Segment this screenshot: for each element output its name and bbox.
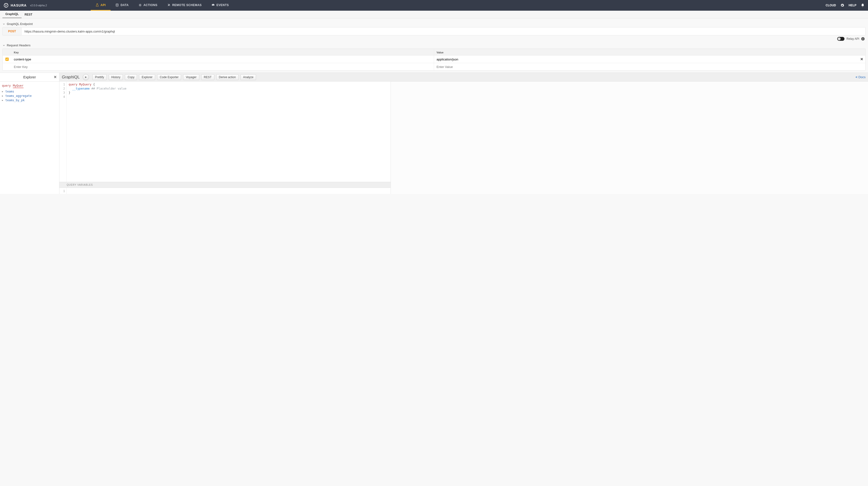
main-nav: API DATA ACTIONS REMOTE SCHEMAS EVENTS bbox=[91, 0, 234, 11]
query-variables-header[interactable]: Query Variables bbox=[59, 182, 391, 188]
headers-section-label: Request Headers bbox=[7, 44, 31, 47]
info-icon[interactable]: i bbox=[861, 37, 865, 40]
brand-logo[interactable]: HASURA v2.0.0-alpha.2 bbox=[3, 3, 47, 8]
cloud-link[interactable]: CLOUD bbox=[826, 4, 836, 7]
headers-section-header[interactable]: Request Headers bbox=[2, 42, 866, 49]
explorer-header: Explorer ✕ bbox=[0, 73, 59, 82]
play-icon bbox=[85, 76, 87, 78]
database-icon bbox=[116, 3, 119, 7]
headers-table: Key Value ✕ bbox=[2, 49, 866, 70]
nav-remote-label: REMOTE SCHEMAS bbox=[172, 3, 202, 7]
docs-button[interactable]: <Docs bbox=[856, 75, 866, 79]
actions-icon bbox=[138, 3, 142, 7]
graphiql-main: GraphiQL Prettify History Copy Explorer … bbox=[59, 73, 868, 194]
header-enabled-checkbox-new[interactable] bbox=[3, 63, 11, 70]
history-button[interactable]: History bbox=[108, 74, 123, 80]
headers-row-new bbox=[3, 63, 865, 70]
headers-col-value: Value bbox=[434, 49, 858, 56]
header-value-input-new[interactable] bbox=[436, 65, 856, 69]
prettify-button[interactable]: Prettify bbox=[92, 74, 107, 80]
nav-data[interactable]: DATA bbox=[111, 0, 133, 11]
graphiql-title: GraphiQL bbox=[62, 75, 80, 80]
nav-data-label: DATA bbox=[121, 3, 129, 7]
explorer-close-button[interactable]: ✕ bbox=[54, 75, 57, 79]
brand-version: v2.0.0-alpha.2 bbox=[30, 4, 47, 7]
line-gutter: 1234 bbox=[59, 82, 67, 182]
svg-point-2 bbox=[116, 4, 118, 4]
query-keyword: query bbox=[2, 84, 11, 87]
explorer-item-teams-aggregate[interactable]: ▶teams_aggregate bbox=[2, 94, 57, 98]
top-nav: HASURA v2.0.0-alpha.2 API DATA ACTIONS R… bbox=[0, 0, 868, 11]
remove-header-button[interactable]: ✕ bbox=[860, 57, 863, 61]
derive-action-button[interactable]: Derive action bbox=[216, 74, 239, 80]
nav-api-label: API bbox=[101, 3, 106, 7]
endpoint-url-input[interactable] bbox=[22, 27, 865, 35]
nav-right: CLOUD HELP bbox=[826, 3, 865, 7]
gear-icon[interactable] bbox=[840, 3, 844, 7]
headers-col-action bbox=[858, 49, 865, 56]
graphiql-toolbar: GraphiQL Prettify History Copy Explorer … bbox=[59, 73, 868, 82]
headers-col-key: Key bbox=[11, 49, 434, 56]
hasura-logo-icon bbox=[3, 3, 9, 8]
nav-actions-label: ACTIONS bbox=[144, 3, 158, 7]
triangle-right-icon: ▶ bbox=[2, 95, 4, 97]
tab-graphiql[interactable]: GraphiQL bbox=[2, 11, 22, 18]
explorer-button[interactable]: Explorer bbox=[139, 74, 155, 80]
nav-events[interactable]: EVENTS bbox=[207, 0, 234, 11]
chevron-down-icon bbox=[2, 44, 5, 47]
graphiql-split: 1234 query MyQuery { __typename ## Place… bbox=[59, 82, 868, 194]
qvars-gutter: 1 bbox=[59, 188, 67, 194]
flask-icon bbox=[96, 3, 99, 7]
query-code: query MyQuery { __typename ## Placeholde… bbox=[67, 82, 391, 182]
endpoint-section-header[interactable]: GraphQL Endpoint bbox=[2, 21, 866, 27]
tab-rest[interactable]: REST bbox=[22, 11, 35, 18]
brand-name: HASURA bbox=[11, 3, 27, 7]
explorer-body: query MyQuer ▶teams ▶teams_aggregate ▶te… bbox=[0, 82, 59, 194]
nav-remote-schemas[interactable]: REMOTE SCHEMAS bbox=[162, 0, 207, 11]
endpoint-row: POST bbox=[2, 27, 866, 35]
nav-actions[interactable]: ACTIONS bbox=[133, 0, 162, 11]
help-link[interactable]: HELP bbox=[848, 4, 856, 7]
http-method: POST bbox=[3, 27, 22, 35]
explorer-query-heading[interactable]: query MyQuer bbox=[2, 84, 57, 87]
svg-point-3 bbox=[140, 4, 141, 6]
code-exporter-button[interactable]: Code Exporter bbox=[157, 74, 181, 80]
bell-icon[interactable] bbox=[861, 3, 865, 7]
svg-marker-1 bbox=[5, 5, 7, 7]
header-value-input[interactable] bbox=[436, 58, 856, 61]
result-panel bbox=[391, 82, 868, 194]
header-key-input[interactable] bbox=[14, 58, 431, 61]
explorer-title: Explorer bbox=[23, 75, 36, 79]
plug-icon bbox=[167, 3, 170, 7]
triangle-right-icon: ▶ bbox=[2, 99, 4, 102]
copy-button[interactable]: Copy bbox=[125, 74, 137, 80]
sub-tabs: GraphiQL REST bbox=[0, 11, 868, 19]
chevron-left-icon: < bbox=[856, 75, 858, 79]
query-editor-column: 1234 query MyQuery { __typename ## Place… bbox=[59, 82, 391, 194]
triangle-right-icon: ▶ bbox=[2, 90, 4, 93]
voyager-button[interactable]: Voyager bbox=[183, 74, 199, 80]
header-enabled-checkbox[interactable] bbox=[3, 56, 11, 63]
execute-button[interactable] bbox=[83, 74, 89, 80]
explorer-item-teams-by-pk[interactable]: ▶teams_by_pk bbox=[2, 98, 57, 103]
endpoint-section-label: GraphQL Endpoint bbox=[7, 22, 33, 26]
relay-row: Relay API i bbox=[2, 35, 866, 42]
explorer-panel: Explorer ✕ query MyQuer ▶teams ▶teams_ag… bbox=[0, 73, 59, 194]
query-name: MyQuer bbox=[13, 84, 23, 88]
rest-button[interactable]: REST bbox=[201, 74, 214, 80]
nav-events-label: EVENTS bbox=[217, 3, 229, 7]
header-key-input-new[interactable] bbox=[14, 65, 431, 69]
relay-toggle[interactable] bbox=[837, 37, 844, 41]
nav-api[interactable]: API bbox=[91, 0, 111, 11]
query-editor[interactable]: 1234 query MyQuery { __typename ## Place… bbox=[59, 82, 391, 182]
explorer-item-teams[interactable]: ▶teams bbox=[2, 89, 57, 94]
analyze-button[interactable]: Analyze bbox=[241, 74, 256, 80]
graphiql-container: Explorer ✕ query MyQuer ▶teams ▶teams_ag… bbox=[0, 73, 868, 194]
relay-label: Relay API bbox=[846, 37, 859, 40]
query-variables-panel: Query Variables 1 bbox=[59, 182, 391, 194]
chevron-down-icon bbox=[2, 23, 5, 26]
cloud-icon bbox=[211, 3, 215, 7]
query-variables-editor[interactable]: 1 bbox=[59, 188, 391, 194]
toggle-knob bbox=[838, 37, 841, 40]
checkbox-checked-icon bbox=[5, 58, 9, 61]
